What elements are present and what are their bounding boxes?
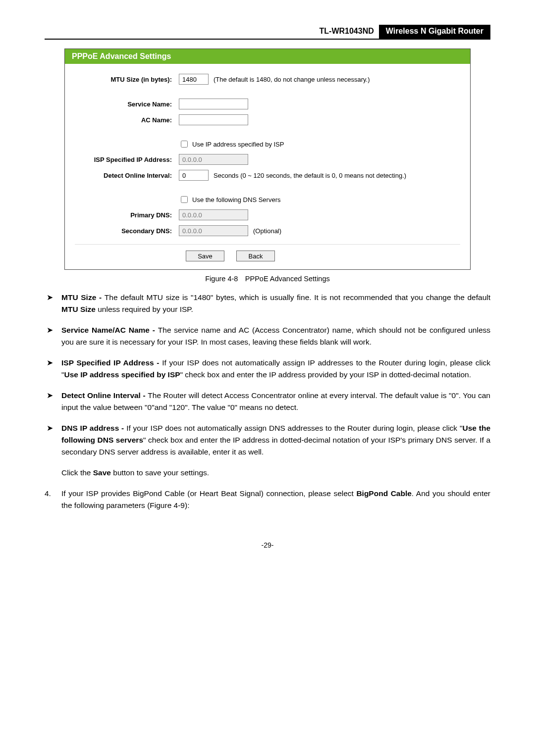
primary-dns-input [179,209,248,220]
figure-caption: Figure 4-8 PPPoE Advanced Settings [45,275,490,283]
detect-online-input[interactable] [179,170,209,181]
detect-term: Detect Online Interval - [61,391,148,400]
product-badge: Wireless N Gigabit Router [379,25,490,39]
page-header: TL-WR1043ND Wireless N Gigabit Router [45,25,490,40]
page-number: -29- [45,541,490,549]
bullet-icon: ➤ [45,357,61,381]
dns-term: DNS IP address - [61,424,126,432]
detect-online-label: Detect Online Interval: [75,172,179,179]
use-ip-label: Use IP address specified by ISP [192,141,284,148]
bullet-icon: ➤ [45,422,61,458]
service-name-label: Service Name: [75,101,179,108]
mtu-size-input[interactable] [179,74,209,85]
use-dns-checkbox[interactable] [181,196,188,203]
mtu-term: MTU Size - [61,293,105,302]
isp-ip-input [179,154,248,165]
settings-panel: PPPoE Advanced Settings MTU Size (in byt… [64,49,471,270]
body-text: ➤ MTU Size - The default MTU size is "14… [45,292,490,511]
secondary-dns-input [179,225,248,236]
back-button[interactable]: Back [236,251,275,261]
bullet-icon: ➤ [45,324,61,348]
bullet-icon: ➤ [45,390,61,413]
product-model: TL-WR1043ND [315,25,379,39]
ac-name-input[interactable] [179,114,248,125]
mtu-size-note: (The default is 1480, do not change unle… [214,76,370,83]
detect-online-note: Seconds (0 ~ 120 seconds, the default is… [214,172,406,179]
mtu-size-label: MTU Size (in bytes): [75,76,179,83]
service-name-input[interactable] [179,99,248,109]
service-term: Service Name/AC Name - [61,326,158,334]
use-ip-checkbox[interactable] [181,141,188,148]
isp-ip-term: ISP Specified IP Address - [61,358,162,367]
panel-title: PPPoE Advanced Settings [65,49,470,64]
primary-dns-label: Primary DNS: [75,211,179,219]
isp-ip-label: ISP Specified IP Address: [75,156,179,163]
bullet-icon: ➤ [45,292,61,315]
secondary-dns-label: Secondary DNS: [75,227,179,235]
ac-name-label: AC Name: [75,116,179,124]
optional-label: (Optional) [253,227,281,235]
use-dns-label: Use the following DNS Servers [192,196,280,203]
save-button[interactable]: Save [186,251,224,261]
numbered-4: 4. [45,488,61,511]
